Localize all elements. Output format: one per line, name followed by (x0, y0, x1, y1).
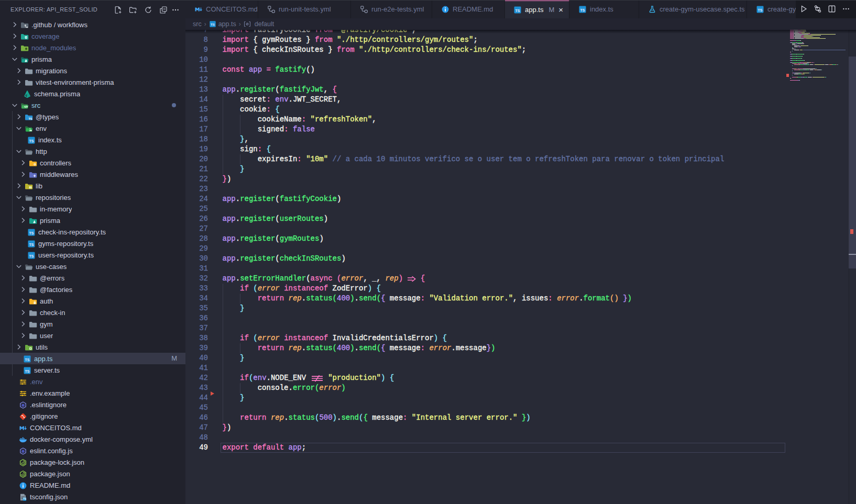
svg-text:TS: TS (211, 23, 215, 26)
svg-text:TS: TS (25, 357, 30, 361)
svg-text:TS: TS (29, 242, 34, 246)
svg-text:TS: TS (23, 498, 26, 500)
svg-text:TS: TS (29, 139, 34, 142)
svg-text:TS: TS (25, 369, 30, 373)
svg-text:TS: TS (28, 117, 32, 120)
svg-text:TS: TS (758, 8, 763, 12)
svg-text:TS: TS (29, 231, 34, 234)
svg-text:TS: TS (580, 8, 585, 12)
svg-text:TS: TS (29, 254, 34, 257)
svg-text:TS: TS (515, 9, 520, 13)
